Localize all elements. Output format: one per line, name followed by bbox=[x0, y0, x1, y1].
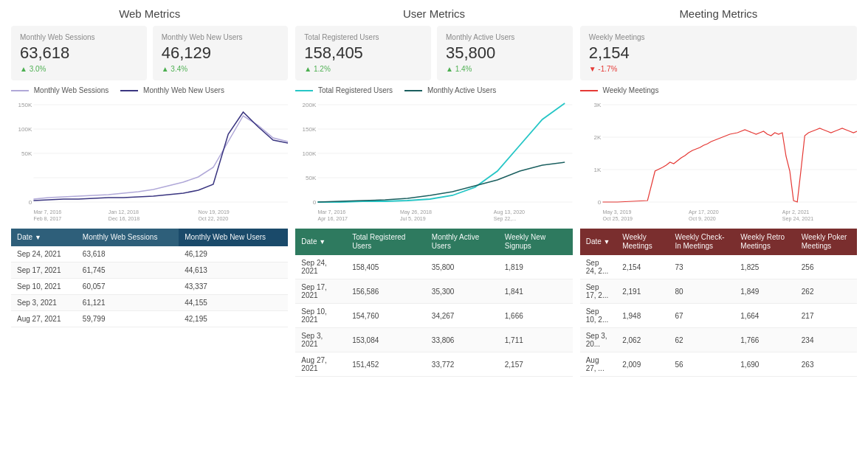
svg-text:Aug 13, 2020: Aug 13, 2020 bbox=[494, 209, 525, 215]
meeting-table-section: Date ▼ Weekly Meetings Weekly Check-In M… bbox=[580, 229, 857, 377]
web-chart-legend: Monthly Web Sessions Monthly Web New Use… bbox=[11, 86, 288, 94]
svg-text:May 3, 2019: May 3, 2019 bbox=[602, 209, 631, 215]
web-col-sessions: Monthly Web Sessions bbox=[77, 229, 179, 246]
svg-text:Oct 25, 2019: Oct 25, 2019 bbox=[602, 216, 633, 221]
svg-text:100K: 100K bbox=[18, 126, 32, 133]
kpi-weekly-meetings: Weekly Meetings 2,154 ▼ -1.7% bbox=[580, 26, 857, 80]
kpi-web-sessions-change: ▲ 3.0% bbox=[20, 65, 138, 73]
svg-text:150K: 150K bbox=[18, 102, 32, 108]
kpi-weekly-meetings-label: Weekly Meetings bbox=[589, 33, 848, 41]
svg-text:Jan 12, 2018: Jan 12, 2018 bbox=[108, 209, 139, 215]
svg-text:0: 0 bbox=[313, 199, 317, 206]
svg-text:Jul 5, 2019: Jul 5, 2019 bbox=[400, 216, 426, 221]
web-table: Date ▼ Monthly Web Sessions Monthly Web … bbox=[11, 229, 288, 327]
web-col-date[interactable]: Date ▼ bbox=[11, 229, 77, 246]
meeting-legend-weekly-line bbox=[580, 90, 598, 91]
svg-text:Apr 16, 2017: Apr 16, 2017 bbox=[318, 216, 348, 222]
table-row: Sep 10, 2021 154,760 34,267 1,666 bbox=[295, 304, 572, 328]
kpi-web-sessions-value: 63,618 bbox=[20, 44, 138, 63]
table-row: Sep 3, 20... 2,062 62 1,766 234 bbox=[580, 328, 857, 352]
svg-text:2K: 2K bbox=[593, 134, 602, 141]
table-row: Sep 17, 2021 61,745 44,613 bbox=[11, 262, 288, 279]
meeting-table-head: Date ▼ Weekly Meetings Weekly Check-In M… bbox=[580, 229, 857, 255]
web-kpi-row: Monthly Web Sessions 63,618 ▲ 3.0% Month… bbox=[11, 26, 288, 80]
kpi-monthly-active: Monthly Active Users 35,800 ▲ 1.4% bbox=[437, 26, 573, 80]
web-col-new-users: Monthly Web New Users bbox=[179, 229, 288, 246]
meeting-legend-weekly: Weekly Meetings bbox=[580, 86, 659, 94]
svg-text:Apr 17, 2020: Apr 17, 2020 bbox=[689, 209, 719, 215]
kpi-total-users-value: 158,405 bbox=[304, 44, 422, 63]
svg-text:Sep 24, 2021: Sep 24, 2021 bbox=[782, 216, 813, 222]
meeting-col-weekly: Weekly Meetings bbox=[616, 229, 669, 255]
kpi-weekly-meetings-change: ▼ -1.7% bbox=[589, 65, 848, 73]
kpi-total-users: Total Registered Users 158,405 ▲ 1.2% bbox=[295, 26, 431, 80]
svg-text:Apr 2, 2021: Apr 2, 2021 bbox=[782, 209, 810, 215]
meeting-col-retro: Weekly Retro Meetings bbox=[734, 229, 795, 255]
svg-text:Feb 8, 2017: Feb 8, 2017 bbox=[33, 216, 61, 221]
user-col-date[interactable]: Date ▼ bbox=[295, 229, 346, 255]
user-legend-active-line bbox=[404, 90, 422, 91]
kpi-web-new-users-label: Monthly Web New Users bbox=[162, 33, 280, 41]
user-table-body: Sep 24, 2021 158,405 35,800 1,819 Sep 17… bbox=[295, 255, 572, 377]
web-section: Web Metrics Monthly Web Sessions 63,618 … bbox=[11, 7, 288, 377]
table-row: Aug 27, ... 2,009 56 1,690 263 bbox=[580, 352, 857, 377]
web-chart: 150K 100K 50K 0 Mar 7, 2016 Jan 12, 2018… bbox=[11, 97, 288, 223]
kpi-web-sessions: Monthly Web Sessions 63,618 ▲ 3.0% bbox=[11, 26, 147, 80]
svg-text:3K: 3K bbox=[593, 102, 602, 108]
meeting-col-poker: Weekly Poker Meetings bbox=[796, 229, 857, 255]
table-row: Aug 27, 2021 59,799 42,195 bbox=[11, 311, 288, 327]
kpi-total-users-label: Total Registered Users bbox=[304, 33, 422, 41]
meeting-col-checkin: Weekly Check-In Meetings bbox=[669, 229, 734, 255]
svg-text:150K: 150K bbox=[303, 126, 317, 133]
svg-text:0: 0 bbox=[598, 199, 602, 206]
kpi-web-new-users-value: 46,129 bbox=[162, 44, 280, 63]
table-row: Sep 10, 2... 1,948 67 1,664 217 bbox=[580, 304, 857, 328]
svg-text:50K: 50K bbox=[21, 150, 32, 157]
svg-text:May 26, 2018: May 26, 2018 bbox=[400, 209, 432, 215]
svg-text:Oct 9, 2020: Oct 9, 2020 bbox=[689, 216, 716, 221]
user-legend-total-line bbox=[295, 90, 313, 91]
table-row: Sep 24, 2021 63,618 46,129 bbox=[11, 246, 288, 262]
meeting-chart-legend: Weekly Meetings bbox=[580, 86, 857, 94]
table-row: Sep 10, 2021 60,057 43,337 bbox=[11, 279, 288, 295]
user-legend-active: Monthly Active Users bbox=[404, 86, 496, 94]
svg-text:100K: 100K bbox=[303, 150, 317, 157]
kpi-monthly-active-value: 35,800 bbox=[446, 44, 564, 63]
svg-text:Nov 19, 2019: Nov 19, 2019 bbox=[199, 209, 230, 215]
meeting-chart: 3K 2K 1K 0 May 3, 2019 Apr 17, 2020 Apr … bbox=[580, 97, 857, 223]
table-row: Sep 3, 2021 153,084 33,806 1,711 bbox=[295, 328, 572, 352]
user-col-signups: Weekly New Signups bbox=[499, 229, 573, 255]
user-section: User Metrics Total Registered Users 158,… bbox=[295, 7, 572, 377]
user-col-active: Monthly Active Users bbox=[426, 229, 499, 255]
table-row: Sep 17, 2... 2,191 80 1,849 262 bbox=[580, 279, 857, 304]
web-table-section: Date ▼ Monthly Web Sessions Monthly Web … bbox=[11, 229, 288, 327]
meeting-col-date[interactable]: Date ▼ bbox=[580, 229, 617, 255]
meeting-chart-svg: 3K 2K 1K 0 May 3, 2019 Apr 17, 2020 Apr … bbox=[580, 97, 857, 223]
table-row: Sep 24, 2... 2,154 73 1,825 256 bbox=[580, 255, 857, 279]
web-legend-new-users: Monthly Web New Users bbox=[120, 86, 224, 94]
user-chart-legend: Total Registered Users Monthly Active Us… bbox=[295, 86, 572, 94]
svg-text:Dec 16, 2018: Dec 16, 2018 bbox=[108, 216, 140, 221]
web-legend-sessions: Monthly Web Sessions bbox=[11, 86, 108, 94]
meeting-title: Meeting Metrics bbox=[580, 7, 857, 20]
svg-text:Mar 7, 2016: Mar 7, 2016 bbox=[318, 209, 346, 215]
web-legend-sessions-line bbox=[11, 90, 29, 91]
kpi-web-new-users: Monthly Web New Users 46,129 ▲ 3.4% bbox=[153, 26, 289, 80]
web-table-body: Sep 24, 2021 63,618 46,129 Sep 17, 2021 … bbox=[11, 246, 288, 327]
kpi-weekly-meetings-value: 2,154 bbox=[589, 44, 848, 63]
table-row: Sep 17, 2021 156,586 35,300 1,841 bbox=[295, 279, 572, 304]
meeting-table: Date ▼ Weekly Meetings Weekly Check-In M… bbox=[580, 229, 857, 377]
sections-row: Web Metrics Monthly Web Sessions 63,618 … bbox=[11, 7, 857, 377]
meeting-table-body: Sep 24, 2... 2,154 73 1,825 256 Sep 17, … bbox=[580, 255, 857, 377]
svg-text:1K: 1K bbox=[593, 167, 602, 173]
user-title: User Metrics bbox=[295, 7, 572, 20]
user-chart: 200K 150K 100K 50K 0 Mar 7, 2016 May 26,… bbox=[295, 97, 572, 223]
web-legend-new-users-line bbox=[120, 90, 138, 91]
user-kpi-row: Total Registered Users 158,405 ▲ 1.2% Mo… bbox=[295, 26, 572, 80]
kpi-monthly-active-change: ▲ 1.4% bbox=[446, 65, 564, 73]
user-table-head: Date ▼ Total Registered Users Monthly Ac… bbox=[295, 229, 572, 255]
web-title: Web Metrics bbox=[11, 7, 288, 20]
svg-text:Oct 22, 2020: Oct 22, 2020 bbox=[199, 216, 229, 221]
svg-text:Mar 7, 2016: Mar 7, 2016 bbox=[33, 209, 61, 215]
user-legend-total: Total Registered Users bbox=[295, 86, 393, 94]
